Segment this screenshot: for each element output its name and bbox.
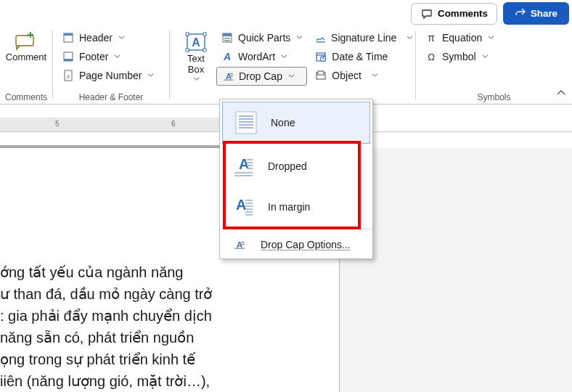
svg-rect-11 xyxy=(203,49,206,52)
chevron-down-icon xyxy=(147,73,154,78)
chevron-down-icon xyxy=(488,36,494,40)
svg-rect-16 xyxy=(224,40,230,41)
svg-text:Ω: Ω xyxy=(428,52,435,62)
drop-cap-in-margin[interactable]: A In margin xyxy=(220,187,372,227)
drop-cap-in-margin-icon: A xyxy=(232,194,255,220)
svg-rect-31 xyxy=(239,121,253,123)
svg-rect-39 xyxy=(234,172,253,173)
svg-rect-9 xyxy=(203,33,206,36)
object-icon xyxy=(314,69,327,82)
page-number-dropdown[interactable]: # Page Number xyxy=(57,67,165,84)
new-comment-icon xyxy=(15,32,37,51)
text-box-icon: A xyxy=(185,32,207,52)
new-comment-label: Comment xyxy=(6,52,46,63)
svg-rect-46 xyxy=(245,211,253,213)
svg-rect-38 xyxy=(247,168,253,169)
chevron-down-icon xyxy=(118,36,125,40)
header-dropdown[interactable]: Header xyxy=(57,29,165,46)
text-line: iiên (năng lượng gió, mặt trời…), xyxy=(0,370,319,392)
page-number-label: Page Number xyxy=(79,70,142,81)
new-comment-button[interactable]: Comment xyxy=(4,29,48,66)
svg-rect-8 xyxy=(186,33,189,36)
drop-cap-dropped-label: Dropped xyxy=(268,160,307,172)
collapse-ribbon-button[interactable] xyxy=(556,88,566,99)
svg-text:A: A xyxy=(236,197,246,213)
svg-text:A: A xyxy=(223,51,231,62)
svg-text:A: A xyxy=(239,156,249,172)
drop-cap-none-label: None xyxy=(271,117,295,128)
comments-label: Comments xyxy=(438,8,488,19)
equation-dropdown[interactable]: π Equation xyxy=(420,29,568,46)
quick-parts-dropdown[interactable]: Quick Parts xyxy=(216,29,307,46)
chevron-down-icon xyxy=(288,74,295,78)
drop-cap-dropped[interactable]: A Dropped xyxy=(220,146,372,187)
text-box-label: Text Box xyxy=(187,54,205,75)
symbol-icon: Ω xyxy=(425,50,438,63)
equation-label: Equation xyxy=(442,32,482,44)
svg-rect-33 xyxy=(239,127,253,128)
svg-text:#: # xyxy=(67,73,70,80)
svg-rect-49 xyxy=(241,242,245,242)
footer-label: Footer xyxy=(79,51,108,62)
quick-parts-label: Quick Parts xyxy=(238,32,290,44)
share-button[interactable]: Share xyxy=(503,2,569,25)
svg-rect-36 xyxy=(247,162,253,163)
drop-cap-dropdown[interactable]: A Drop Cap xyxy=(216,67,307,86)
object-label: Object xyxy=(332,70,361,81)
svg-rect-37 xyxy=(247,165,253,166)
chevron-down-icon xyxy=(193,77,200,81)
document-body-text[interactable]: ớng tất yếu của ngành năng ư than đá, dầ… xyxy=(0,261,319,392)
svg-rect-30 xyxy=(239,118,253,120)
comment-icon xyxy=(420,7,433,20)
footer-dropdown[interactable]: Footer xyxy=(57,48,165,65)
chevron-down-icon xyxy=(406,36,413,40)
svg-rect-35 xyxy=(247,159,253,160)
signature-line-dropdown[interactable]: Signature Line xyxy=(310,29,417,46)
svg-rect-21 xyxy=(224,80,233,81)
signature-icon xyxy=(314,31,327,44)
svg-rect-51 xyxy=(234,248,245,249)
drop-cap-icon: A xyxy=(221,70,234,83)
chevron-down-icon xyxy=(372,73,378,78)
object-dropdown[interactable]: Object xyxy=(310,67,417,84)
date-time-icon xyxy=(314,50,327,63)
drop-cap-none-icon xyxy=(234,110,258,136)
drop-cap-options-label: Drop Cap Options... xyxy=(261,239,351,250)
ruler-number: 5 xyxy=(55,120,60,128)
svg-rect-40 xyxy=(234,175,253,176)
text-box-button[interactable]: A Text Box xyxy=(174,29,218,84)
chevron-down-icon xyxy=(482,54,489,59)
svg-rect-50 xyxy=(241,244,245,245)
date-time-button[interactable]: Date & Time xyxy=(310,48,417,65)
date-time-label: Date & Time xyxy=(332,51,388,62)
svg-text:A: A xyxy=(192,36,200,49)
signature-line-label: Signature Line xyxy=(331,32,396,44)
ribbon: Comment Comments Header Footer # xyxy=(0,26,572,105)
svg-rect-44 xyxy=(245,205,253,207)
wordart-dropdown[interactable]: A WordArt xyxy=(216,48,307,65)
svg-text:π: π xyxy=(428,32,435,44)
canvas-background xyxy=(340,148,572,392)
text-line: ọng trong sự phát triển kinh tế xyxy=(0,348,319,370)
drop-cap-label: Drop Cap xyxy=(239,70,282,82)
symbol-dropdown[interactable]: Ω Symbol xyxy=(420,48,568,65)
text-line: : gia phải đẩy mạnh chuyển dịch xyxy=(0,305,319,327)
chevron-down-icon xyxy=(114,54,120,59)
drop-cap-menu: None A Dropped A In margin xyxy=(219,99,373,259)
wordart-label: WordArt xyxy=(238,51,275,62)
footer-icon xyxy=(62,50,75,63)
svg-rect-42 xyxy=(245,200,253,201)
equation-icon: π xyxy=(425,31,438,44)
svg-rect-45 xyxy=(245,208,253,210)
text-line: ư than đá, dầu mỏ ngày càng trở xyxy=(0,283,319,305)
svg-rect-2 xyxy=(64,33,73,36)
svg-rect-43 xyxy=(245,203,253,204)
page-number-icon: # xyxy=(62,69,75,82)
chevron-down-icon xyxy=(281,54,287,59)
header-label: Header xyxy=(79,32,113,44)
drop-cap-none[interactable]: None xyxy=(222,102,370,144)
comments-button[interactable]: Comments xyxy=(411,3,497,25)
svg-rect-14 xyxy=(223,33,232,36)
svg-rect-10 xyxy=(186,49,189,52)
drop-cap-options[interactable]: A Drop Cap Options... xyxy=(220,231,372,258)
